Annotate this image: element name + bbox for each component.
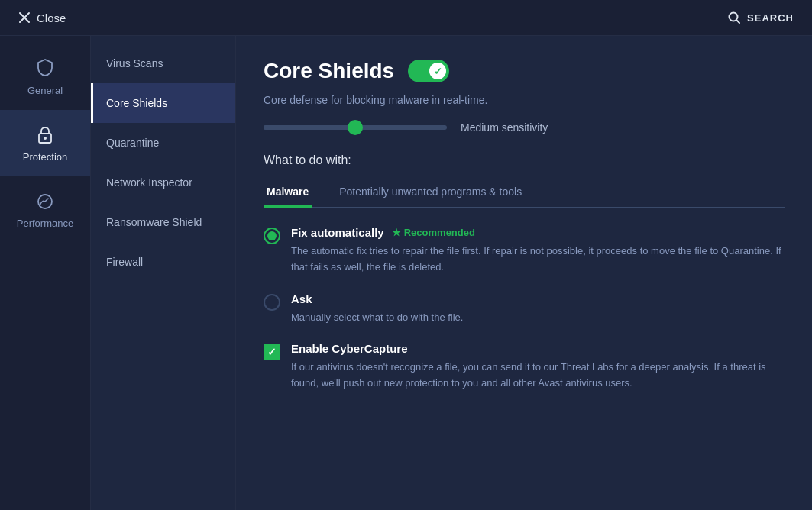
gauge-icon (34, 190, 56, 211)
cybercapture-desc: If our antivirus doesn't recognize a fil… (291, 360, 785, 392)
core-shields-toggle[interactable]: ✓ (408, 60, 449, 82)
option-fix-auto-label: Fix automatically (291, 226, 384, 239)
search-button[interactable]: SEARCH (727, 11, 794, 24)
radio-fix-auto[interactable] (264, 228, 280, 244)
tab-pup[interactable]: Potentially unwanted programs & tools (336, 178, 525, 208)
option-fix-auto: Fix automatically ★ Recommended The auto… (264, 226, 785, 276)
header: Close SEARCH (0, 0, 812, 36)
radio-ask[interactable] (264, 294, 280, 311)
cybercapture-label: Enable CyberCapture (291, 342, 785, 355)
menu-item-firewall[interactable]: Firewall (91, 242, 235, 282)
sensitivity-label: Medium sensitivity (461, 121, 548, 134)
option-ask-desc: Manually select what to do with the file… (291, 310, 785, 326)
menu-item-network-inspector[interactable]: Network Inspector (91, 163, 235, 202)
menu-item-virus-scans[interactable]: Virus Scans (91, 44, 235, 83)
svg-point-5 (44, 137, 47, 140)
search-label: SEARCH (747, 12, 794, 24)
close-label: Close (37, 11, 66, 24)
slider-fill (264, 125, 355, 130)
icon-nav: General Protection Performance (0, 36, 91, 510)
content-area: Core Shields ✓ Core defense for blocking… (236, 36, 812, 510)
radio-dot (267, 231, 277, 240)
option-fix-auto-content: Fix automatically ★ Recommended The auto… (291, 226, 785, 276)
section-title: What to do with: (264, 153, 785, 167)
menu-item-quarantine[interactable]: Quarantine (91, 123, 235, 163)
toggle-thumb: ✓ (429, 63, 446, 79)
option-ask-header: Ask (291, 292, 785, 305)
sidebar-item-performance[interactable]: Performance (0, 176, 90, 243)
sidebar-item-performance-label: Performance (17, 218, 73, 229)
close-button[interactable]: Close (18, 11, 66, 24)
sensitivity-slider[interactable] (264, 125, 447, 130)
recommended-text: Recommended (404, 227, 475, 238)
svg-line-7 (45, 199, 48, 202)
tab-malware[interactable]: Malware (264, 178, 312, 208)
sidebar-item-protection[interactable]: Protection (0, 110, 90, 176)
lock-icon (34, 124, 56, 145)
slider-row: Medium sensitivity (264, 121, 785, 134)
close-icon (18, 11, 31, 24)
subtitle: Core defense for blocking malware in rea… (264, 94, 785, 106)
slider-thumb (348, 120, 363, 135)
shield-icon (34, 57, 56, 79)
title-row: Core Shields ✓ (264, 59, 785, 83)
menu-item-ransomware-shield[interactable]: Ransomware Shield (91, 202, 235, 242)
star-icon: ★ (392, 227, 401, 238)
menu-item-core-shields[interactable]: Core Shields (91, 83, 235, 123)
sidebar-item-protection-label: Protection (23, 151, 68, 163)
svg-line-3 (737, 21, 740, 24)
cybercapture-checkbox[interactable]: ✓ (264, 344, 280, 360)
option-fix-auto-desc: The automatic fix tries to repair the fi… (291, 244, 785, 276)
main-layout: General Protection Performance Virus Sca… (0, 36, 812, 510)
search-icon (727, 11, 741, 24)
toggle-track: ✓ (408, 60, 449, 82)
page-title: Core Shields (264, 59, 394, 83)
option-ask-content: Ask Manually select what to do with the … (291, 292, 785, 326)
option-header: Fix automatically ★ Recommended (291, 226, 785, 239)
option-ask-label: Ask (291, 292, 312, 305)
check-icon: ✓ (267, 346, 277, 358)
option-ask: Ask Manually select what to do with the … (264, 292, 785, 326)
cybercapture-option: ✓ Enable CyberCapture If our antivirus d… (264, 342, 785, 392)
option-group: Fix automatically ★ Recommended The auto… (264, 226, 785, 342)
tabs: Malware Potentially unwanted programs & … (264, 178, 785, 208)
sidebar-item-general-label: General (27, 85, 63, 96)
recommended-badge: ★ Recommended (392, 227, 475, 238)
cybercapture-content: Enable CyberCapture If our antivirus doe… (291, 342, 785, 392)
sidebar-item-general[interactable]: General (0, 44, 90, 110)
menu-list: Virus Scans Core Shields Quarantine Netw… (91, 36, 236, 510)
toggle-check-icon: ✓ (434, 66, 442, 77)
